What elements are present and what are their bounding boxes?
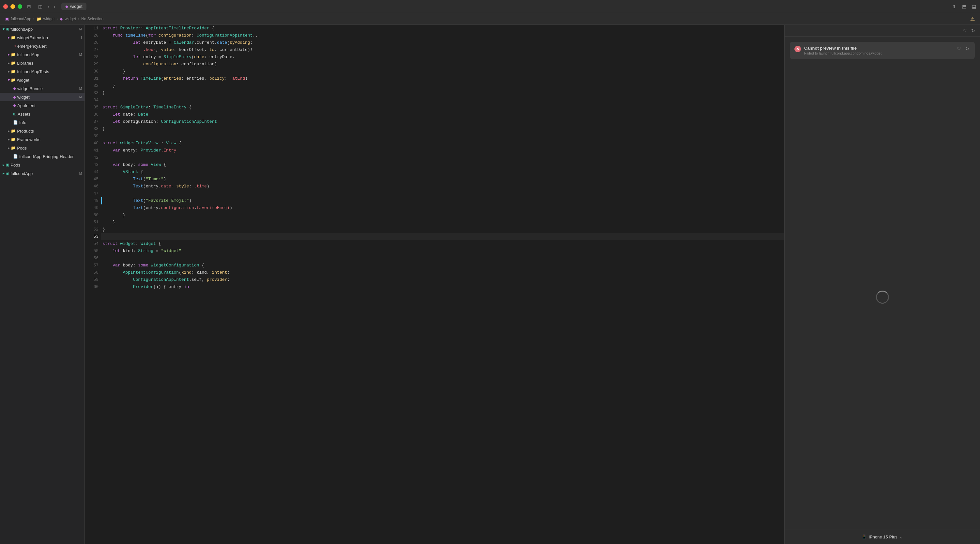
sidebar-item-info[interactable]: 📄 Info [0,118,84,127]
sidebar-label: widget [17,95,30,100]
sidebar-item-fullcondapp-proj[interactable]: ▸ ▣ fullcondApp M [0,169,84,178]
audio-icon: ♫ [13,44,16,48]
close-button[interactable] [3,4,8,9]
sidebar-label: Assets [18,112,30,116]
swift-file-icon: ◆ [13,86,16,91]
badge-m: M [79,95,82,99]
inspector-icon[interactable]: ⬓ [971,3,977,10]
sidebar-label: fullcondApp [10,27,33,32]
badge-m: M [79,172,82,175]
preview-header-buttons: ♡ ↻ [962,28,976,34]
sidebar-item-assets[interactable]: ⊞ Assets [0,110,84,118]
sidebar-label: fullcondApp-Bridging-Header [19,154,74,159]
sidebar-item-emergencyalert[interactable]: ♫ emergencyalert [0,42,84,50]
layout-icon[interactable]: ⬒ [961,3,967,10]
loading-spinner [876,290,889,304]
sidebar-label: fullcondApp [17,52,39,57]
sidebar-label: Info [19,120,26,125]
error-actions: ♡ ↻ [956,46,970,52]
device-selector[interactable]: 📱 iPhone 15 Plus ⌄ [784,530,980,544]
group-icon: ▾ ▣ [3,27,9,31]
sidebar-item-fullcondapp-root[interactable]: ▾ ▣ fullcondApp M [0,25,84,33]
title-bar: ⊞ ◫ ‹ › ◆ widget ⬆ ⬒ ⬓ [0,0,980,13]
error-title: Cannot preview in this file [804,46,881,51]
sidebar-item-appintent[interactable]: ◆ AppIntent [0,101,84,110]
sidebar-item-widget-folder[interactable]: ▾ 📁 widget [0,76,84,84]
sidebar-label: Frameworks [17,137,40,142]
sidebar-item-widget-extension[interactable]: ▸ 📁 widgetExtension I [0,33,84,42]
sidebar-item-fullcondapptests[interactable]: ▸ 📁 fullcondAppTests [0,67,84,76]
folder-icon: ▸ 📁 [8,35,16,40]
maximize-button[interactable] [18,4,22,9]
back-icon[interactable]: ‹ [46,3,51,10]
window-controls [3,4,22,9]
folder-icon: ▸ 📁 [8,146,16,150]
refresh-icon[interactable]: ↻ [970,28,976,34]
toolbar-left: ⊞ ◫ [26,3,43,10]
code-lines[interactable]: struct Provider: AppIntentTimelineProvid… [101,25,784,544]
sidebar-item-frameworks[interactable]: ▸ 📁 Frameworks [0,135,84,144]
hide-panel-icon[interactable]: ◫ [37,3,43,10]
sidebar-label: AppIntent [17,103,35,108]
breadcrumb-widget-file[interactable]: widget [65,17,76,21]
swift-file-icon: ◆ [65,4,68,9]
breadcrumb-sep-1: › [33,17,35,21]
code-editor[interactable]: 1120262728293031323334353637383940414243… [85,25,784,544]
tab-label: widget [70,4,83,9]
warning-icon: ⚠ [970,16,975,22]
sidebar-item-widget-bundle[interactable]: ◆ widgetBundle M [0,84,84,93]
badge-m: M [79,87,82,91]
device-name: iPhone 15 Plus [869,534,897,539]
code-content: 1120262728293031323334353637383940414243… [85,25,784,544]
swift-icon: ◆ [60,17,63,21]
sidebar-item-libraries[interactable]: ▸ 📁 Libraries [0,59,84,67]
sidebar-label: emergencyalert [17,44,47,49]
folder-icon: ▸ 📁 [8,129,16,133]
error-notification: ✕ Cannot preview in this file Failed to … [790,42,975,59]
sidebar-label: widget [17,78,29,83]
minimize-button[interactable] [10,4,15,9]
assets-icon: ⊞ [13,112,16,116]
sidebar-label: Products [17,129,33,134]
toolbar-right: ⬆ ⬒ ⬓ [951,3,977,10]
sidebar-item-widget-file[interactable]: ◆ widget M [0,93,84,101]
line-numbers: 1120262728293031323334353637383940414243… [85,25,101,544]
sidebar-label: Pods [17,146,27,150]
swift-file-icon: ◆ [13,103,16,108]
breadcrumb-no-selection: No Selection [81,17,103,21]
badge-i: I [81,36,82,40]
group-icon: ▣ [5,17,9,21]
error-icon: ✕ [794,46,801,52]
folder-icon: ▾ 📁 [8,78,16,82]
sidebar-item-pods-root[interactable]: ▸ ▣ Pods [0,161,84,169]
preview-body [784,64,980,530]
chevron-down-icon: ⌄ [899,534,903,539]
breadcrumb-fullcondapp[interactable]: fullcondApp [11,17,31,21]
sidebar-toggle-icon[interactable]: ⊞ [26,3,32,10]
phone-icon: 📱 [862,534,867,539]
sidebar-item-bridging-header[interactable]: 📄 fullcondApp-Bridging-Header [0,152,84,161]
sidebar-item-pods-sub[interactable]: ▸ 📁 Pods [0,144,84,152]
sidebar-item-fullcondapp-group[interactable]: ▸ 📁 fullcondApp M [0,50,84,59]
heart-icon[interactable]: ♡ [962,28,967,34]
refresh-action-icon[interactable]: ↻ [964,46,970,52]
split-editor-icon[interactable]: ⬆ [951,3,957,10]
preview-header: ♡ ↻ [784,25,980,37]
folder-icon-1: 📁 [37,17,41,21]
swift-file-icon: ◆ [13,95,16,99]
folder-icon: ▸ 📁 [8,137,16,142]
sidebar-label: Libraries [17,61,33,65]
badge-m: M [79,27,82,31]
breadcrumb-widget-folder[interactable]: widget [43,17,55,21]
sidebar-item-products[interactable]: ▸ 📁 Products [0,127,84,135]
preview-panel: ♡ ↻ ✕ Cannot preview in this file Failed… [784,25,980,544]
editor-tab[interactable]: ◆ widget [61,3,86,10]
breadcrumb-sep-2: › [56,17,58,21]
heart-action-icon[interactable]: ♡ [956,46,962,52]
sidebar-label: widgetBundle [17,86,43,91]
editor-area: 1120262728293031323334353637383940414243… [85,25,980,544]
folder-icon: ▸ 📁 [8,69,16,74]
badge-m: M [79,53,82,56]
sidebar-label: Pods [10,163,20,168]
forward-icon[interactable]: › [51,3,57,10]
